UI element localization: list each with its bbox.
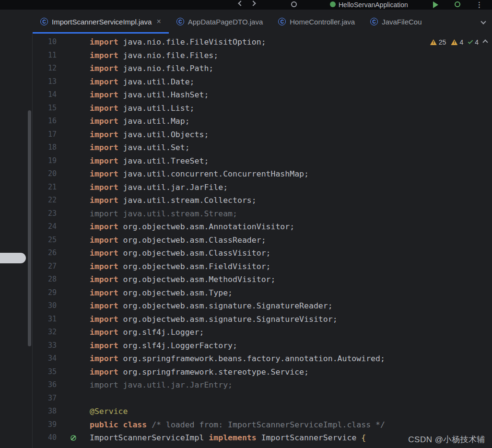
debug-icon[interactable] (455, 1, 460, 7)
implements-gutter-icon[interactable] (70, 435, 76, 441)
code-text: import org.objectweb.asm.ClassReader; (90, 234, 266, 247)
code-text: import java.util.jar.JarEntry; (90, 378, 233, 392)
code-line[interactable]: 16import java.util.Map; (33, 115, 492, 128)
code-line[interactable]: 25import org.objectweb.asm.ClassReader; (33, 234, 492, 247)
line-number[interactable]: 38 (33, 405, 57, 418)
chevron-down-icon (480, 19, 486, 24)
editor-tab[interactable]: CHomeController.java (270, 10, 363, 34)
more-options-icon[interactable]: ⋮ (476, 1, 483, 8)
line-number[interactable]: 31 (33, 313, 57, 326)
line-number[interactable]: 39 (33, 418, 57, 432)
line-number[interactable]: 11 (33, 49, 57, 62)
code-line[interactable]: 21import java.util.jar.JarFile; (33, 181, 492, 194)
code-text: import org.objectweb.asm.signature.Signa… (90, 299, 333, 313)
run-icon[interactable] (433, 1, 438, 8)
line-number[interactable]: 12 (33, 62, 57, 75)
gutter (57, 128, 90, 141)
line-number[interactable]: 37 (33, 392, 57, 405)
forward-icon[interactable] (251, 1, 255, 5)
code-line[interactable]: 37 (33, 392, 492, 405)
close-icon[interactable]: × (156, 18, 161, 25)
line-number[interactable]: 17 (33, 128, 57, 141)
code-text: import org.objectweb.asm.AnnotationVisit… (90, 220, 294, 234)
run-config-icon (330, 1, 336, 7)
gutter (57, 75, 90, 89)
line-number[interactable]: 24 (33, 220, 57, 234)
line-number[interactable]: 22 (33, 194, 57, 207)
code-line[interactable]: 26import org.objectweb.asm.ClassVisitor; (33, 247, 492, 260)
settings-icon[interactable] (291, 1, 297, 7)
run-config-selector[interactable]: HelloServanApplication (339, 1, 408, 9)
code-line[interactable]: 18import java.util.Set; (33, 141, 492, 154)
code-line[interactable]: 11import java.nio.file.Files; (33, 49, 492, 62)
code-line[interactable]: 10import java.nio.file.FileVisitOption; (33, 35, 492, 49)
code-line[interactable]: 15import java.util.List; (33, 102, 492, 115)
code-line[interactable]: 20import java.util.concurrent.Concurrent… (33, 167, 492, 181)
editor-tab[interactable]: CAppDataPageDTO.java (169, 10, 270, 34)
code-editor[interactable]: 10import java.nio.file.FileVisitOption;1… (33, 34, 492, 448)
line-number[interactable]: 16 (33, 115, 57, 128)
line-number[interactable]: 25 (33, 234, 57, 247)
line-number[interactable]: 33 (33, 339, 57, 353)
code-line[interactable]: 23import java.util.stream.Stream; (33, 207, 492, 221)
code-line[interactable]: 29import org.objectweb.asm.Type; (33, 286, 492, 300)
gutter (57, 286, 90, 300)
line-number[interactable]: 36 (33, 378, 57, 392)
code-line[interactable]: 31import org.objectweb.asm.signature.Sig… (33, 313, 492, 326)
line-number[interactable]: 32 (33, 326, 57, 339)
code-line[interactable]: 27import org.objectweb.asm.FieldVisitor; (33, 260, 492, 273)
line-number[interactable]: 28 (33, 273, 57, 286)
gutter (57, 207, 90, 221)
gutter (57, 418, 90, 432)
code-line[interactable]: 35import org.springframework.stereotype.… (33, 365, 492, 379)
line-number[interactable]: 35 (33, 365, 57, 379)
editor-tab[interactable]: CJavaFileCou (363, 10, 429, 34)
line-number[interactable]: 19 (33, 154, 57, 168)
code-line[interactable]: 36import java.util.jar.JarEntry; (33, 378, 492, 392)
code-line[interactable]: 28import org.objectweb.asm.MethodVisitor… (33, 273, 492, 286)
code-line[interactable]: 38@Service (33, 405, 492, 418)
line-number[interactable]: 20 (33, 167, 57, 181)
code-line[interactable]: 24import org.objectweb.asm.AnnotationVis… (33, 220, 492, 234)
code-line[interactable]: 13import java.util.Date; (33, 75, 492, 89)
class-icon: C (370, 18, 378, 25)
line-number[interactable]: 30 (33, 299, 57, 313)
line-number[interactable]: 15 (33, 102, 57, 115)
scrollbar-thumb[interactable] (28, 110, 31, 346)
gutter (57, 234, 90, 247)
line-number[interactable]: 40 (33, 431, 57, 445)
code-line[interactable]: 30import org.objectweb.asm.signature.Sig… (33, 299, 492, 313)
line-number[interactable]: 13 (33, 75, 57, 89)
code-line[interactable]: 14import java.util.HashSet; (33, 88, 492, 102)
gutter (57, 115, 90, 128)
line-number[interactable]: 21 (33, 181, 57, 194)
passed-item[interactable]: 4 (468, 38, 479, 46)
tool-window-handle[interactable] (0, 253, 26, 263)
code-line[interactable]: 17import java.util.Objects; (33, 128, 492, 141)
code-line[interactable]: 12import java.nio.file.Path; (33, 62, 492, 75)
line-number[interactable]: 14 (33, 88, 57, 102)
collapse-inspections-button[interactable] (483, 40, 487, 44)
code-line[interactable]: 34import org.springframework.beans.facto… (33, 352, 492, 365)
code-text: import org.springframework.stereotype.Se… (90, 365, 309, 379)
line-number[interactable]: 27 (33, 260, 57, 273)
line-number[interactable]: 29 (33, 286, 57, 300)
hidden-tabs-button[interactable] (475, 10, 492, 34)
line-number[interactable]: 26 (33, 247, 57, 260)
code-line[interactable]: 33import org.slf4j.LoggerFactory; (33, 339, 492, 353)
line-number[interactable]: 18 (33, 141, 57, 154)
editor-tab[interactable]: CImportScannerServiceImpl.java× (33, 10, 169, 34)
back-icon[interactable] (239, 1, 243, 5)
inspections-widget[interactable]: 25 4 4 (430, 38, 487, 46)
gutter (57, 392, 90, 405)
code-line[interactable]: 32import org.slf4j.Logger; (33, 326, 492, 339)
line-number[interactable]: 34 (33, 352, 57, 365)
code-text: import org.slf4j.Logger; (90, 326, 204, 339)
line-number[interactable]: 23 (33, 207, 57, 221)
code-line[interactable]: 22import java.util.stream.Collectors; (33, 194, 492, 207)
code-line[interactable]: 39public class /* loaded from: ImportSca… (33, 418, 492, 432)
weak-warnings-item[interactable]: 4 (451, 38, 463, 46)
code-line[interactable]: 19import java.util.TreeSet; (33, 154, 492, 168)
warnings-item[interactable]: 25 (430, 38, 446, 46)
line-number[interactable]: 10 (33, 35, 57, 49)
